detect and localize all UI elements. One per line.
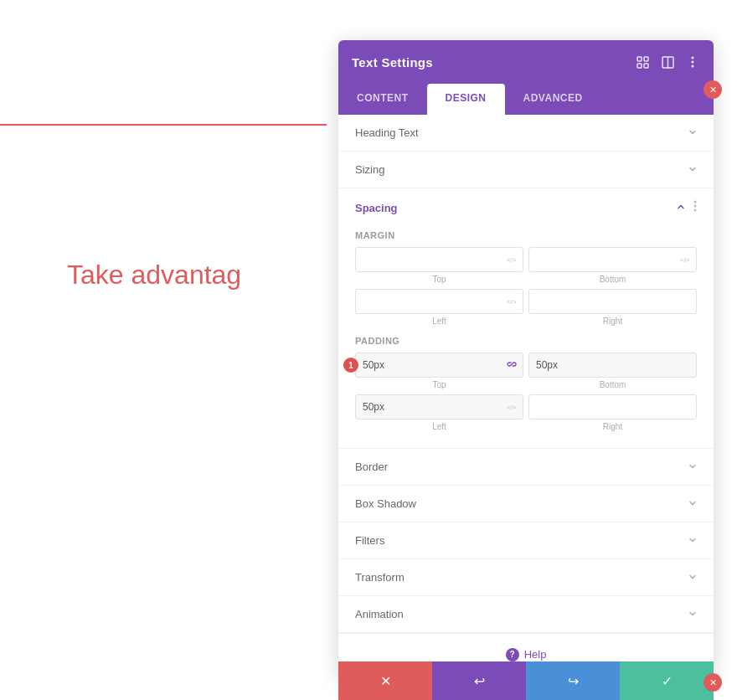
- margin-top-input-pair: </>: [355, 247, 523, 272]
- panel-title: Text Settings: [352, 55, 433, 69]
- undo-button[interactable]: ↩: [432, 661, 526, 700]
- margin-label: Margin: [355, 230, 697, 240]
- filters-label: Filters: [355, 534, 384, 547]
- help-link[interactable]: ? Help: [506, 648, 547, 661]
- animation-label: Animation: [355, 608, 404, 620]
- animation-section[interactable]: Animation: [338, 596, 714, 633]
- spacing-label: Spacing: [355, 202, 398, 214]
- redo-button[interactable]: ↪: [526, 661, 620, 700]
- action-bar: ✕ ↩ ↪ ✓: [338, 661, 714, 700]
- margin-left-responsive-icon[interactable]: </>: [502, 296, 523, 306]
- spacing-header-left: Spacing: [355, 202, 398, 214]
- margin-right-input-pair: [528, 289, 697, 314]
- heading-text-chevron: [688, 127, 697, 139]
- spacing-header[interactable]: Spacing: [338, 188, 714, 227]
- margin-bottom-responsive-icon[interactable]: </>: [676, 255, 696, 265]
- padding-top-input-pair: [355, 353, 523, 378]
- panel-close-button[interactable]: ✕: [704, 80, 722, 99]
- padding-left-responsive-icon[interactable]: </>: [502, 402, 523, 412]
- padding-right-label: Right: [528, 422, 697, 431]
- padding-inputs: Top Bottom: [355, 353, 697, 431]
- action-bar-close-button[interactable]: ✕: [704, 673, 722, 692]
- transform-label: Transform: [355, 571, 405, 584]
- padding-bottom-input-pair: [528, 353, 697, 378]
- margin-bottom-input-pair: </>: [528, 247, 697, 272]
- transform-section[interactable]: Transform: [338, 559, 714, 596]
- transform-chevron: [688, 572, 697, 584]
- padding-top-group: Top: [355, 353, 523, 389]
- panel-header: Text Settings: [338, 40, 714, 84]
- svg-rect-2: [637, 64, 642, 68]
- svg-rect-1: [644, 57, 648, 61]
- margin-bottom-label: Bottom: [528, 275, 697, 284]
- padding-right-input-pair: [528, 394, 697, 419]
- svg-text:</>: </>: [507, 298, 517, 305]
- layout-icon[interactable]: [660, 54, 675, 69]
- filters-section[interactable]: Filters: [338, 522, 714, 559]
- save-button[interactable]: ✓: [620, 661, 714, 700]
- help-icon: ?: [506, 648, 519, 661]
- padding-left-input[interactable]: [356, 401, 502, 413]
- redo-icon: ↪: [568, 673, 579, 689]
- margin-top-responsive-icon[interactable]: </>: [502, 255, 523, 265]
- spacing-content: Margin </> Top: [338, 230, 714, 448]
- padding-top-label: Top: [355, 380, 523, 389]
- svg-text:</>: </>: [507, 404, 517, 410]
- help-label: Help: [524, 648, 547, 661]
- padding-right-group: Right: [528, 394, 697, 431]
- svg-text:</>: </>: [680, 256, 690, 263]
- padding-bottom-group: Bottom: [528, 353, 697, 389]
- padding-right-input[interactable]: [529, 401, 696, 413]
- panel-header-icons: [635, 54, 700, 69]
- margin-right-group: Right: [528, 289, 697, 326]
- tab-advanced[interactable]: Advanced: [505, 84, 601, 115]
- margin-right-input[interactable]: [529, 296, 696, 307]
- svg-point-11: [694, 209, 697, 212]
- border-section[interactable]: Border: [338, 449, 714, 486]
- box-shadow-label: Box Shadow: [355, 497, 416, 510]
- spacing-section: Spacing: [338, 188, 714, 449]
- padding-bottom-input[interactable]: [529, 359, 696, 371]
- margin-bottom-input[interactable]: [529, 254, 676, 265]
- cancel-button[interactable]: ✕: [338, 661, 432, 700]
- margin-left-input-pair: </>: [355, 289, 523, 314]
- animation-chevron: [688, 609, 697, 620]
- padding-label: Padding: [355, 336, 697, 346]
- margin-left-label: Left: [355, 317, 523, 326]
- padding-bottom-label: Bottom: [528, 380, 697, 389]
- text-settings-panel: Text Settings: [338, 40, 714, 677]
- svg-point-9: [694, 201, 697, 203]
- fullscreen-icon[interactable]: [635, 54, 650, 69]
- margin-left-input[interactable]: [356, 296, 502, 307]
- svg-rect-3: [644, 64, 648, 68]
- svg-point-6: [692, 57, 694, 59]
- undo-icon: ↩: [474, 673, 485, 689]
- panel-tabs: Content Design Advanced: [338, 84, 714, 115]
- margin-bottom-group: </> Bottom: [528, 247, 697, 284]
- heading-text-section[interactable]: Heading Text: [338, 115, 714, 152]
- box-shadow-chevron: [688, 498, 697, 510]
- heading-text-label: Heading Text: [355, 126, 419, 139]
- svg-point-7: [692, 61, 694, 64]
- cancel-icon: ✕: [380, 673, 391, 689]
- spacing-header-right: [677, 200, 697, 215]
- padding-top-input[interactable]: [356, 359, 501, 371]
- spacing-chevron-up[interactable]: [677, 202, 685, 214]
- sizing-chevron: [688, 164, 697, 176]
- spacing-more-icon[interactable]: [693, 200, 697, 215]
- padding-link-icon[interactable]: [501, 358, 523, 373]
- margin-top-input[interactable]: [356, 254, 502, 265]
- svg-point-10: [694, 205, 697, 208]
- tab-design[interactable]: Design: [427, 84, 505, 115]
- sizing-label: Sizing: [355, 163, 384, 176]
- sizing-section[interactable]: Sizing: [338, 152, 714, 188]
- page-red-line: [0, 124, 327, 126]
- save-icon: ✓: [662, 673, 673, 689]
- filters-chevron: [688, 535, 697, 547]
- padding-row-wrapper: 1 Top: [355, 353, 697, 431]
- border-label: Border: [355, 461, 388, 473]
- box-shadow-section[interactable]: Box Shadow: [338, 486, 714, 522]
- tab-content[interactable]: Content: [338, 84, 427, 115]
- svg-text:</>: </>: [507, 256, 517, 263]
- more-options-icon[interactable]: [685, 54, 700, 69]
